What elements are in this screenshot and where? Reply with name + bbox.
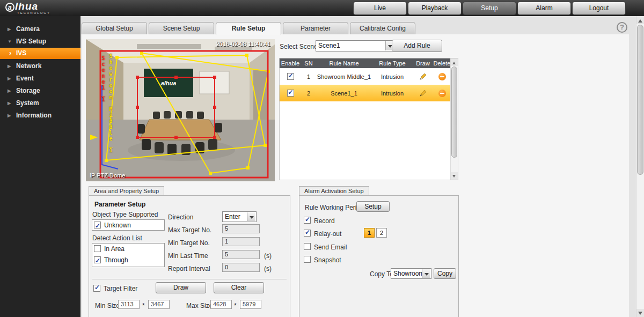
list-item[interactable]: In Area [92, 244, 164, 255]
sidebar-item-information[interactable]: ▶Information [0, 110, 80, 121]
min-size-height-input[interactable]: 3467 [148, 300, 170, 309]
min-target-label: Min Target No. [168, 239, 210, 247]
rule-overlay-label-red: Scene1_1 [100, 55, 106, 102]
svg-text:alhua: alhua [161, 80, 177, 86]
min-target-input[interactable]: 1 [222, 237, 260, 246]
tab-calibrate-config[interactable]: Calibrate Config [350, 22, 415, 34]
page-scrollbar[interactable] [636, 16, 644, 317]
draw-button[interactable]: Draw [156, 282, 206, 293]
chevron-right-icon: ▶ [8, 110, 11, 121]
relay-out-checkbox[interactable] [304, 230, 311, 237]
nav-live-button[interactable]: Live [353, 2, 407, 15]
target-filter-checkbox[interactable] [93, 285, 100, 292]
max-size-height-input[interactable]: 5979 [240, 300, 261, 309]
clear-button[interactable]: Clear [214, 282, 264, 293]
list-item[interactable]: Through [92, 255, 164, 266]
tab-global-setup[interactable]: Global Setup [82, 22, 147, 34]
nav-playback-button[interactable]: Playback [408, 2, 462, 15]
camera-name-label: IP PTZ Dome [90, 172, 125, 179]
rule-type: Intrusion [372, 90, 413, 97]
col-header-enable: Enable [280, 60, 301, 67]
sidebar-item-ivs-setup[interactable]: ▼IVS Setup [0, 36, 80, 47]
scrollbar-thumb[interactable] [451, 67, 457, 158]
snapshot-checkbox[interactable] [304, 256, 311, 263]
direction-select[interactable]: Enter [222, 211, 257, 222]
report-interval-input[interactable]: 0 [222, 263, 260, 272]
scrollbar-thumb[interactable] [637, 25, 643, 175]
divider [92, 279, 287, 279]
add-rule-button[interactable]: Add Rule [392, 40, 442, 52]
brand-text: alhua [5, 1, 50, 12]
tab-scene-setup[interactable]: Scene Setup [149, 22, 214, 34]
rule-type: Intrusion [372, 73, 413, 80]
scroll-down-icon[interactable] [636, 309, 644, 317]
send-email-checkbox[interactable] [304, 243, 311, 250]
tab-parameter[interactable]: Parameter [283, 22, 348, 34]
col-header-draw: Draw [413, 60, 433, 67]
copy-to-label: Copy To [370, 270, 393, 278]
relay-2-button[interactable]: 2 [376, 228, 387, 238]
record-checkbox[interactable] [304, 217, 311, 224]
scroll-up-icon[interactable] [636, 16, 644, 24]
list-item[interactable]: Unknown [92, 220, 164, 231]
min-last-time-input[interactable]: 5 [222, 250, 260, 259]
relay-out-label: Relay-out [314, 230, 341, 238]
sidebar-item-network[interactable]: ▶Network [0, 61, 80, 72]
draw-icon[interactable] [419, 72, 427, 81]
col-header-sn: SN [301, 60, 316, 67]
table-row[interactable]: 1 Showroom Middle_1 Intrusion [280, 68, 451, 85]
delete-icon[interactable] [438, 73, 446, 80]
scene-select[interactable]: Scene1 [316, 40, 395, 51]
scroll-up-icon[interactable] [451, 58, 458, 66]
object-unknown-checkbox[interactable] [94, 222, 101, 228]
topbar: alhua TECHNOLOGY Live Playback Setup Ala… [0, 0, 644, 16]
direction-label: Direction [168, 213, 193, 221]
page: alhua TECHNOLOGY Live Playback Setup Ala… [0, 0, 644, 317]
help-icon[interactable] [617, 22, 627, 33]
sidebar-item-storage[interactable]: ▶Storage [0, 85, 80, 97]
chevron-right-icon: ▶ [8, 85, 11, 97]
brand-subtext: TECHNOLOGY [17, 11, 50, 14]
tab-rule-setup[interactable]: Rule Setup [216, 22, 281, 35]
rule-overlay-label-yellow: Showroom Middle_1 [108, 53, 114, 153]
sidebar-item-camera[interactable]: ▶Camera [0, 24, 80, 35]
delete-icon[interactable] [438, 90, 446, 97]
working-period-setup-button[interactable]: Setup [356, 201, 390, 212]
relay-1-button[interactable]: 1 [364, 228, 375, 238]
min-size-width-input[interactable]: 3113 [118, 300, 140, 309]
sidebar-item-event[interactable]: ▶Event [0, 73, 80, 84]
rules-table: Enable SN Rule Name Rule Type Draw Delet… [279, 58, 458, 180]
col-header-rule-type: Rule Type [372, 60, 413, 67]
seconds-unit: (s) [264, 265, 272, 272]
rule-enabled-checkbox[interactable] [287, 73, 294, 80]
rules-table-header: Enable SN Rule Name Rule Type Draw Delet… [280, 58, 451, 68]
dahua-logo: alhua TECHNOLOGY [5, 1, 50, 14]
sidebar-item-ivs[interactable]: ›IVS [0, 48, 80, 59]
chevron-right-icon: ▶ [8, 61, 11, 72]
video-room-scene: alhua [86, 39, 275, 181]
nav-logout-button[interactable]: Logout [572, 2, 626, 15]
through-checkbox[interactable] [94, 256, 101, 263]
in-area-checkbox[interactable] [94, 245, 101, 252]
sidebar-item-system[interactable]: ▶System [0, 98, 80, 109]
nav-alarm-button[interactable]: Alarm [517, 2, 571, 15]
area-setup-title: Area and Property Setup [89, 186, 164, 196]
nav-setup-button[interactable]: Setup [463, 2, 516, 15]
report-interval-label: Report Interval [168, 265, 210, 272]
rule-enabled-checkbox[interactable] [287, 90, 294, 97]
copy-to-select[interactable]: Showroom [391, 268, 431, 279]
draw-icon[interactable] [419, 89, 427, 98]
video-preview[interactable]: alhua [86, 39, 275, 181]
copy-button[interactable]: Copy [434, 268, 456, 279]
chevron-right-icon: ▶ [8, 98, 11, 109]
table-row[interactable]: 2 Scene1_1 Intrusion [280, 85, 451, 101]
rule-name: Showroom Middle_1 [316, 73, 372, 80]
video-timestamp: 2016-02-08 11:40:41 [216, 41, 270, 47]
col-header-delete: Delete [433, 60, 451, 67]
select-scene-label: Select Scene [280, 43, 318, 50]
record-label: Record [314, 217, 335, 225]
max-target-input[interactable]: 5 [222, 224, 260, 233]
table-scrollbar[interactable] [450, 58, 458, 180]
scroll-down-icon[interactable] [451, 172, 458, 180]
max-size-width-input[interactable]: 4628 [210, 300, 232, 309]
